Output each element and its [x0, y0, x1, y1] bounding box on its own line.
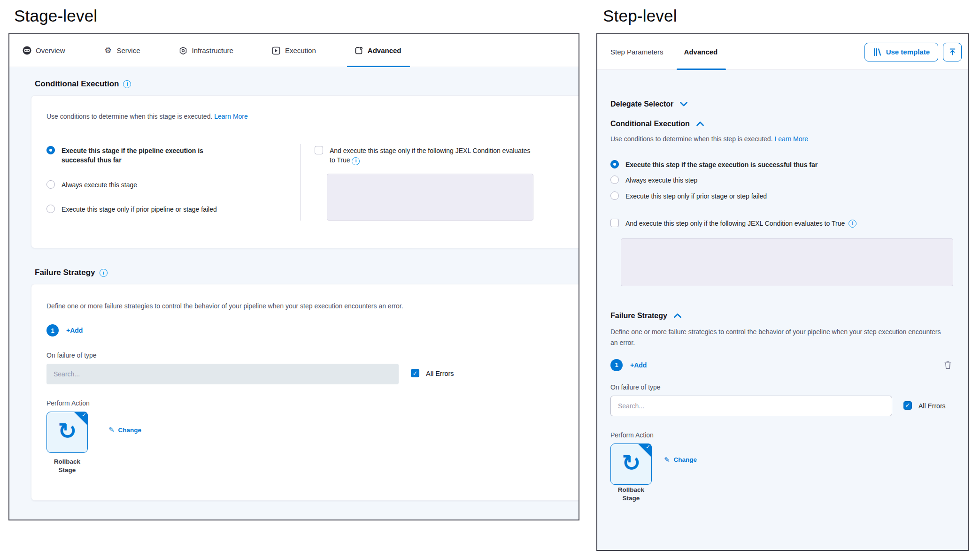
failure-type-search-input[interactable]	[610, 396, 892, 416]
info-icon[interactable]	[849, 220, 857, 228]
radio-label: Execute this stage only if prior pipelin…	[62, 205, 217, 214]
jexl-section: And execute this stage only if the follo…	[301, 144, 569, 221]
learn-more-link[interactable]: Learn More	[774, 135, 808, 143]
use-template-button[interactable]: Use template	[864, 43, 938, 61]
use-template-label: Use template	[886, 48, 930, 56]
tab-step-parameters[interactable]: Step Parameters	[610, 34, 664, 69]
radio-execute-step-if-prior-failed[interactable]: Execute this step only if prior stage or…	[610, 191, 955, 201]
action-name: Rollback Stage	[46, 458, 88, 494]
radio-group: Execute this stage if the pipeline execu…	[46, 144, 300, 221]
conditional-execution-toggle[interactable]: Conditional Execution	[610, 120, 955, 128]
change-action-link[interactable]: ✎ Change	[108, 426, 141, 434]
jexl-condition-checkbox[interactable]: And execute this stage only if the follo…	[315, 146, 569, 165]
radio-icon	[46, 180, 55, 189]
step-level-title: Step-level	[603, 7, 677, 25]
rollback-icon: ↻	[622, 451, 640, 474]
description-text: Use conditions to determine when this st…	[610, 135, 773, 143]
all-errors-checkbox[interactable]: All Errors	[903, 401, 946, 411]
radio-execute-if-prior-failed[interactable]: Execute this stage only if prior pipelin…	[46, 205, 300, 214]
radio-always-execute-stage[interactable]: Always execute this stage	[46, 180, 300, 190]
add-strategy-button[interactable]: +Add	[66, 327, 83, 334]
radio-label: Execute this stage if the pipeline execu…	[62, 146, 207, 165]
description-text: Use conditions to determine when this st…	[46, 113, 212, 120]
change-label: Change	[674, 456, 697, 463]
perform-action-row: ↻ ✎ Change	[46, 412, 569, 453]
failure-strategy-toggle[interactable]: Failure Strategy	[610, 312, 955, 320]
rollback-stage-action-card[interactable]: ↻	[610, 443, 652, 485]
delegate-selector-toggle[interactable]: Delegate Selector	[610, 100, 955, 108]
tab-overview[interactable]: Overview	[23, 34, 65, 67]
tab-label: Advanced	[684, 48, 718, 56]
strategy-list: 1 +Add	[46, 324, 569, 336]
conditional-execution-heading: Conditional Execution	[35, 79, 571, 89]
radio-always-execute-step[interactable]: Always execute this step	[610, 176, 955, 185]
radio-execute-if-pipeline-successful[interactable]: Execute this stage if the pipeline execu…	[46, 146, 300, 165]
tab-label: Advanced	[368, 46, 401, 54]
failure-type-row: All Errors	[46, 364, 569, 384]
change-label: Change	[118, 427, 142, 434]
info-icon[interactable]	[100, 269, 108, 277]
rollback-stage-action-card[interactable]: ↻	[46, 412, 88, 453]
tab-service[interactable]: ⚙ Service	[104, 34, 140, 67]
radio-label: Execute this step if the stage execution…	[625, 160, 818, 169]
change-action-link[interactable]: ✎ Change	[664, 456, 697, 464]
strategy-list: 1 +Add	[610, 359, 955, 371]
conditional-options: Execute this stage if the pipeline execu…	[46, 144, 569, 221]
step-panel: Step Parameters Advanced Use template De…	[596, 33, 969, 551]
chevron-down-icon	[680, 102, 687, 107]
radio-icon	[46, 205, 55, 213]
tab-execution[interactable]: Execution	[272, 34, 316, 67]
all-errors-checkbox[interactable]: All Errors	[411, 369, 454, 379]
perform-action-label: Perform Action	[610, 431, 955, 439]
delegate-selector-label: Delegate Selector	[610, 100, 673, 108]
section-title: Conditional Execution	[35, 79, 119, 89]
checkbox-icon	[610, 219, 619, 227]
conditional-description: Use conditions to determine when this st…	[610, 134, 955, 144]
tab-infrastructure[interactable]: Infrastructure	[179, 34, 233, 67]
jexl-condition-input[interactable]	[327, 174, 533, 221]
radio-icon	[610, 176, 619, 184]
tab-advanced[interactable]: Advanced	[684, 34, 718, 69]
checkbox-icon	[315, 146, 323, 154]
action-name: Rollback Stage	[610, 486, 652, 503]
on-failure-label: On failure of type	[610, 383, 955, 391]
delete-strategy-button[interactable]	[944, 361, 951, 369]
stage-level-title: Stage-level	[14, 7, 97, 25]
conditional-execution-card: Use conditions to determine when this st…	[31, 95, 579, 248]
failure-strategy-label: Failure Strategy	[610, 312, 667, 320]
info-icon[interactable]	[352, 157, 360, 165]
tab-advanced[interactable]: Advanced	[355, 34, 401, 67]
radio-group: Execute this step if the stage execution…	[610, 160, 955, 201]
radio-icon	[610, 191, 619, 200]
radio-label: Always execute this stage	[62, 180, 137, 190]
failure-strategy-card: Define one or more failure strategies to…	[31, 284, 579, 501]
stage-panel-content: Conditional Execution Use conditions to …	[9, 67, 579, 501]
advanced-icon	[355, 46, 363, 55]
step-tabbar: Step Parameters Advanced Use template	[597, 34, 968, 70]
stage-panel: Overview ⚙ Service Infrastructure Execut…	[8, 33, 579, 520]
all-errors-label: All Errors	[426, 369, 454, 379]
jexl-label-text: And execute this stage only if the follo…	[330, 147, 531, 164]
tab-label: Infrastructure	[192, 46, 233, 54]
jexl-condition-checkbox[interactable]: And execute this step only if the follow…	[610, 219, 955, 228]
strategy-badge[interactable]: 1	[46, 324, 59, 336]
radio-icon	[46, 146, 55, 154]
failure-type-search-input[interactable]	[46, 364, 399, 384]
add-strategy-button[interactable]: +Add	[630, 361, 647, 369]
overview-icon	[23, 46, 31, 55]
radio-execute-if-stage-successful[interactable]: Execute this step if the stage execution…	[610, 160, 955, 169]
save-as-template-button[interactable]	[943, 43, 962, 61]
jexl-label: And execute this step only if the follow…	[625, 219, 857, 228]
on-failure-label: On failure of type	[46, 352, 569, 359]
edit-icon: ✎	[664, 456, 670, 464]
tab-label: Service	[117, 46, 140, 54]
perform-action-label: Perform Action	[46, 399, 569, 407]
play-icon	[272, 46, 281, 55]
learn-more-link[interactable]: Learn More	[214, 113, 248, 120]
jexl-condition-input[interactable]	[621, 238, 953, 286]
strategy-badge[interactable]: 1	[610, 359, 623, 371]
tab-label: Execution	[285, 46, 316, 54]
step-panel-content: Delegate Selector Conditional Execution …	[597, 100, 968, 503]
info-icon[interactable]	[123, 80, 131, 88]
radio-label: Execute this step only if prior stage or…	[625, 191, 767, 201]
